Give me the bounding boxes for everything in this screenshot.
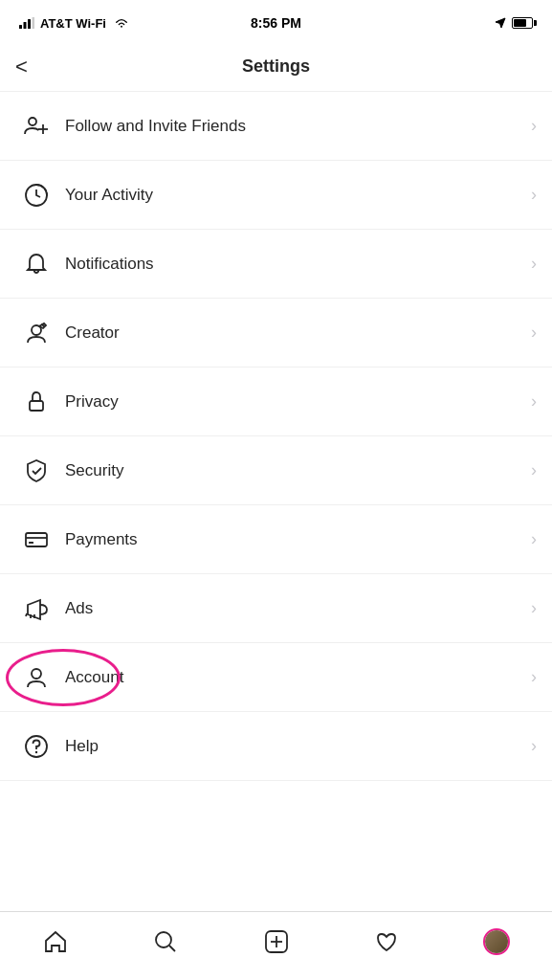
ads-label: Ads: [57, 599, 531, 618]
settings-item-payments[interactable]: Payments ›: [0, 505, 552, 574]
tab-home[interactable]: [0, 912, 110, 970]
carrier-text: AT&T Wi-Fi: [40, 16, 106, 31]
svg-rect-2: [28, 19, 31, 29]
bell-icon: [15, 243, 57, 285]
tab-search[interactable]: [110, 912, 220, 970]
carrier-info: AT&T Wi-Fi: [19, 16, 129, 31]
tab-bar: [0, 911, 552, 980]
account-icon: [15, 657, 57, 699]
security-icon: [15, 450, 57, 492]
ads-icon: [15, 588, 57, 630]
security-label: Security: [57, 461, 531, 480]
payments-icon: [15, 519, 57, 561]
ads-chevron: ›: [531, 598, 537, 618]
status-time: 8:56 PM: [251, 15, 301, 31]
settings-item-activity[interactable]: Your Activity ›: [0, 161, 552, 230]
svg-line-20: [169, 946, 175, 951]
profile-avatar: [483, 928, 510, 955]
privacy-chevron: ›: [531, 391, 537, 412]
settings-list: Follow and Invite Friends › Your Activit…: [0, 92, 552, 911]
svg-line-15: [26, 613, 27, 616]
settings-item-creator[interactable]: Creator ›: [0, 299, 552, 368]
security-chevron: ›: [531, 460, 537, 480]
svg-point-18: [35, 750, 37, 752]
creator-icon: [15, 312, 57, 354]
svg-rect-12: [29, 542, 33, 544]
payments-chevron: ›: [531, 529, 537, 549]
svg-point-16: [32, 669, 41, 679]
svg-rect-9: [30, 401, 43, 411]
creator-chevron: ›: [531, 323, 537, 343]
notifications-chevron: ›: [531, 254, 537, 274]
tab-activity[interactable]: [331, 912, 441, 970]
help-icon: [15, 725, 57, 768]
tab-new-post[interactable]: [221, 912, 331, 970]
svg-rect-0: [19, 25, 22, 29]
follow-chevron: ›: [531, 116, 537, 136]
settings-item-follow[interactable]: Follow and Invite Friends ›: [0, 92, 552, 161]
nav-bar: < Settings: [0, 42, 552, 92]
notifications-label: Notifications: [57, 255, 531, 274]
activity-chevron: ›: [531, 185, 537, 205]
heart-icon: [374, 929, 399, 954]
search-icon: [153, 929, 178, 954]
settings-item-privacy[interactable]: Privacy ›: [0, 368, 552, 436]
follow-label: Follow and Invite Friends: [57, 117, 531, 136]
privacy-label: Privacy: [57, 392, 531, 412]
home-icon: [43, 929, 68, 954]
page-title: Settings: [242, 56, 310, 77]
payments-label: Payments: [57, 530, 531, 549]
svg-rect-10: [26, 533, 47, 546]
follow-icon: [15, 105, 57, 147]
plus-icon: [264, 929, 289, 954]
settings-item-help[interactable]: Help ›: [0, 712, 552, 781]
svg-point-19: [156, 932, 171, 947]
settings-item-ads[interactable]: Ads ›: [0, 574, 552, 643]
settings-item-notifications[interactable]: Notifications ›: [0, 230, 552, 299]
tab-profile[interactable]: [442, 912, 552, 970]
settings-item-security[interactable]: Security ›: [0, 436, 552, 505]
status-bar: AT&T Wi-Fi 8:56 PM: [0, 0, 552, 42]
svg-rect-1: [24, 22, 27, 29]
back-button[interactable]: <: [15, 55, 35, 79]
creator-label: Creator: [57, 323, 531, 343]
account-chevron: ›: [531, 667, 537, 687]
help-label: Help: [57, 737, 531, 756]
help-chevron: ›: [531, 736, 537, 756]
activity-label: Your Activity: [57, 186, 531, 205]
privacy-icon: [15, 381, 57, 423]
status-icons: [495, 17, 533, 29]
settings-item-account[interactable]: Account ›: [0, 643, 552, 712]
svg-point-4: [29, 118, 36, 125]
account-label: Account: [57, 668, 531, 687]
battery-icon: [512, 17, 533, 29]
activity-icon: [15, 174, 57, 216]
svg-rect-3: [33, 17, 35, 29]
